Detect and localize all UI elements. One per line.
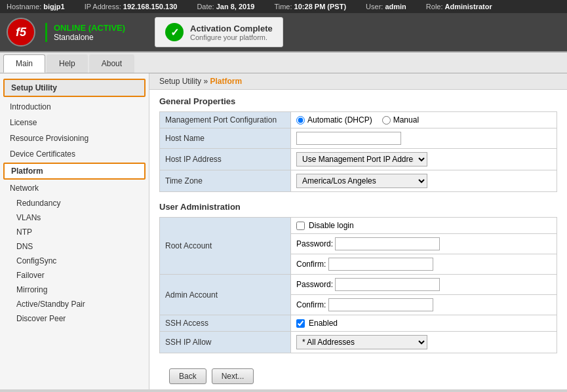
- admin-account-label: Admin Account: [160, 275, 291, 315]
- ssh-ip-allow-value: * All Addresses: [291, 332, 557, 353]
- hostname-input[interactable]: [296, 132, 401, 145]
- main-layout: Setup Utility Introduction License Resou…: [0, 73, 567, 389]
- timezone-label: Time Zone: [160, 170, 291, 192]
- radio-auto-label[interactable]: Automatic (DHCP): [296, 115, 372, 125]
- tab-help[interactable]: Help: [47, 54, 88, 73]
- content-area: Setup Utility » Platform General Propert…: [149, 73, 567, 389]
- sidebar: Setup Utility Introduction License Resou…: [0, 73, 149, 389]
- user-info: User: admin: [366, 3, 406, 10]
- ssh-enabled-label: Enabled: [309, 319, 338, 328]
- tab-about[interactable]: About: [89, 54, 134, 73]
- admin-confirm-cell: Confirm:: [291, 295, 557, 315]
- next-button[interactable]: Next...: [212, 368, 254, 384]
- tab-main[interactable]: Main: [3, 54, 45, 73]
- breadcrumb-root: Setup Utility: [159, 77, 201, 86]
- sidebar-item-configsync[interactable]: ConfigSync: [0, 254, 149, 268]
- activation-box: ✓ Activation Complete Configure your pla…: [155, 17, 283, 47]
- check-icon: ✓: [165, 23, 184, 41]
- host-ip-value: Use Management Port IP Address: [291, 149, 557, 170]
- root-password-label: Password:: [296, 239, 333, 248]
- disable-login-checkbox[interactable]: [296, 222, 305, 230]
- sidebar-item-redundancy[interactable]: Redundancy: [0, 196, 149, 210]
- breadcrumb: Setup Utility » Platform: [149, 73, 567, 90]
- disable-login-check-group: Disable login: [296, 221, 551, 230]
- sidebar-item-platform[interactable]: Platform: [3, 163, 146, 180]
- disable-login-label: Disable login: [309, 221, 354, 230]
- sidebar-item-ntp[interactable]: NTP: [0, 225, 149, 239]
- activation-title: Activation Complete: [190, 24, 273, 33]
- online-status: ONLINE (ACTIVE): [54, 23, 125, 33]
- content-body: General Properties Management Port Confi…: [149, 90, 567, 389]
- sidebar-item-vlans[interactable]: VLANs: [0, 210, 149, 225]
- sidebar-item-dns[interactable]: DNS: [0, 239, 149, 254]
- radio-automatic[interactable]: [296, 116, 305, 125]
- activation-subtitle: Configure your platform.: [190, 33, 273, 41]
- admin-password-row: Admin Account Password:: [160, 275, 557, 295]
- host-ip-select[interactable]: Use Management Port IP Address: [296, 152, 427, 167]
- sidebar-item-network[interactable]: Network: [0, 180, 149, 196]
- mgmt-port-label: Management Port Configuration: [160, 112, 291, 128]
- root-account-label: Root Account: [160, 218, 291, 275]
- admin-password-label: Password:: [296, 280, 333, 289]
- ssh-ip-allow-row: SSH IP Allow * All Addresses: [160, 332, 557, 353]
- ssh-ip-allow-label: SSH IP Allow: [160, 332, 291, 353]
- root-account-row: Root Account Disable login: [160, 218, 557, 234]
- mgmt-port-row: Management Port Configuration Automatic …: [160, 112, 557, 128]
- sidebar-item-active-standby-pair[interactable]: Active/Standby Pair: [0, 297, 149, 311]
- general-properties-table: Management Port Configuration Automatic …: [159, 111, 557, 192]
- ip-info: IP Address: 192.168.150.130: [85, 3, 178, 10]
- f5-logo: f5: [7, 18, 35, 47]
- root-password-cell: Password:: [291, 234, 557, 254]
- sidebar-item-mirroring[interactable]: Mirroring: [0, 283, 149, 297]
- ssh-access-label: SSH Access: [160, 315, 291, 332]
- ssh-access-value: Enabled: [291, 315, 557, 332]
- ssh-access-row: SSH Access Enabled: [160, 315, 557, 332]
- ssh-ip-select[interactable]: * All Addresses: [296, 335, 427, 349]
- admin-password-input[interactable]: [335, 278, 440, 291]
- back-button[interactable]: Back: [169, 368, 206, 384]
- timezone-row: Time Zone America/Los Angeles: [160, 170, 557, 192]
- disable-login-row: Disable login: [291, 218, 557, 234]
- root-confirm-cell: Confirm:: [291, 254, 557, 275]
- timezone-select[interactable]: America/Los Angeles: [296, 174, 427, 188]
- ssh-enabled-checkbox[interactable]: [296, 319, 305, 328]
- breadcrumb-current: Platform: [210, 77, 242, 86]
- activation-info: Activation Complete Configure your platf…: [190, 24, 273, 41]
- user-admin-title: User Administration: [159, 202, 557, 212]
- mgmt-port-radio-group: Automatic (DHCP) Manual: [296, 115, 551, 125]
- root-confirm-label: Confirm:: [296, 260, 326, 269]
- radio-manual-label[interactable]: Manual: [382, 115, 419, 125]
- status-box: ONLINE (ACTIVE) Standalone: [45, 23, 125, 42]
- hostname-label: Host Name: [160, 128, 291, 149]
- hostname-info: Hostname: bigjp1: [7, 3, 65, 10]
- radio-manual-label-text: Manual: [393, 115, 419, 125]
- sidebar-item-failover[interactable]: Failover: [0, 268, 149, 283]
- sidebar-item-resource-provisioning[interactable]: Resource Provisioning: [0, 130, 149, 146]
- time-info: Time: 10:28 PM (PST): [274, 3, 346, 10]
- timezone-value: America/Los Angeles: [291, 170, 557, 192]
- standalone-label: Standalone: [54, 33, 125, 42]
- sidebar-item-discover-peer[interactable]: Discover Peer: [0, 311, 149, 326]
- user-admin-table: Root Account Disable login Password:: [159, 217, 557, 353]
- breadcrumb-separator: »: [203, 77, 210, 86]
- button-row: Back Next...: [159, 363, 557, 389]
- root-password-input[interactable]: [335, 237, 440, 250]
- nav-tabs: Main Help About: [0, 52, 567, 73]
- hostname-value: [291, 128, 557, 149]
- mgmt-port-value: Automatic (DHCP) Manual: [291, 112, 557, 128]
- sidebar-item-introduction[interactable]: Introduction: [0, 99, 149, 115]
- admin-password-cell: Password:: [291, 275, 557, 295]
- root-confirm-input[interactable]: [328, 258, 433, 271]
- radio-automatic-label: Automatic (DHCP): [307, 115, 372, 125]
- ssh-enabled-group: Enabled: [296, 319, 551, 328]
- setup-utility-header[interactable]: Setup Utility: [3, 79, 146, 97]
- radio-manual[interactable]: [382, 116, 391, 125]
- sidebar-item-license[interactable]: License: [0, 115, 149, 130]
- admin-confirm-input[interactable]: [328, 298, 433, 311]
- admin-confirm-label: Confirm:: [296, 300, 326, 309]
- host-ip-label: Host IP Address: [160, 149, 291, 170]
- general-properties-title: General Properties: [159, 96, 557, 106]
- sidebar-item-device-certificates[interactable]: Device Certificates: [0, 146, 149, 162]
- hostname-row: Host Name: [160, 128, 557, 149]
- top-bar: Hostname: bigjp1 IP Address: 192.168.150…: [0, 0, 567, 13]
